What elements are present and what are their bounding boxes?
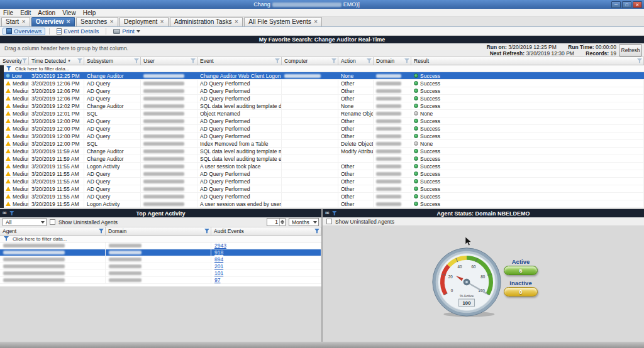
interval-stepper[interactable] xyxy=(279,219,285,226)
cell-computer xyxy=(282,140,338,147)
table-row[interactable]: Medium3/20/2019 12:01 PMSQLObject Rename… xyxy=(0,110,644,117)
filter-icon[interactable] xyxy=(204,229,209,234)
column-header-agent[interactable]: Agent xyxy=(0,227,106,235)
tab-close-icon[interactable]: ✕ xyxy=(66,19,70,24)
table-row[interactable]: Medium3/20/2019 11:55 AMAD QueryAD Query… xyxy=(0,193,644,200)
cell-computer xyxy=(282,102,338,109)
email-icon[interactable]: ✉ xyxy=(3,211,7,216)
column-header-action[interactable]: Action xyxy=(338,57,374,65)
event-details-button[interactable]: Event Details xyxy=(53,28,102,35)
menu-item-edit[interactable]: Edit xyxy=(20,9,31,16)
refresh-button[interactable]: Refresh xyxy=(619,44,642,57)
filter-icon[interactable] xyxy=(314,229,319,234)
agent-filter-select[interactable]: All xyxy=(3,218,47,226)
interval-input[interactable]: 1 xyxy=(267,218,286,226)
table-row[interactable]: 201 xyxy=(0,263,321,270)
maximize-button[interactable]: □ xyxy=(622,1,631,8)
table-row[interactable]: Medium3/20/2019 12:06 PMAD QueryAD Query… xyxy=(0,95,644,102)
audit-events-link[interactable]: 2943 xyxy=(214,242,226,249)
tab-close-icon[interactable]: ✕ xyxy=(160,19,164,24)
menu-item-file[interactable]: File xyxy=(3,9,13,16)
active-count-pill[interactable]: 6 xyxy=(504,266,538,275)
filter-icon[interactable] xyxy=(637,58,642,63)
table-row[interactable]: Medium3/20/2019 12:00 PMAD QueryAD Query… xyxy=(0,125,644,133)
tab-overview[interactable]: Overview✕ xyxy=(31,17,75,26)
show-uninstalled-checkbox[interactable] xyxy=(50,219,55,225)
audit-events-link[interactable]: 201 xyxy=(214,263,223,269)
filter-icon[interactable] xyxy=(99,229,104,234)
cell-action: Other xyxy=(338,185,374,192)
table-row[interactable]: Medium3/20/2019 12:02 PMChange AuditorSQ… xyxy=(0,102,644,110)
table-row[interactable]: Medium3/20/2019 12:00 PMAD QueryAD Query… xyxy=(0,117,644,125)
inactive-count-pill[interactable]: 0 xyxy=(504,287,538,296)
column-header-subsystem[interactable]: Subsystem xyxy=(84,57,141,65)
table-row[interactable]: 894 xyxy=(0,256,321,263)
filter-icon[interactable] xyxy=(77,58,82,63)
table-row[interactable]: Medium3/20/2019 12:00 PMAD QueryAD Query… xyxy=(0,133,644,140)
table-row[interactable]: Medium3/20/2019 11:55 AMAD QueryAD Query… xyxy=(0,178,644,185)
column-header-user[interactable]: User xyxy=(141,57,197,65)
table-row[interactable]: Low3/20/2019 12:25 PMChange AuditorChang… xyxy=(0,72,644,80)
tab-close-icon[interactable]: ✕ xyxy=(314,19,318,24)
filter-icon[interactable] xyxy=(275,58,280,63)
table-row[interactable]: Medium3/20/2019 12:06 PMAD QueryAD Query… xyxy=(0,87,644,95)
table-row[interactable]: Medium3/20/2019 11:55 AMAD QueryAD Query… xyxy=(0,170,644,178)
column-header-result[interactable]: Result xyxy=(411,57,644,65)
filter-icon[interactable] xyxy=(404,58,409,63)
table-row[interactable]: Medium3/20/2019 11:55 AMLogon ActivityA … xyxy=(0,163,644,170)
mouse-cursor xyxy=(465,237,473,247)
menu-item-action[interactable]: Action xyxy=(38,9,55,16)
filter-icon[interactable] xyxy=(367,58,372,63)
column-header-domain[interactable]: Domain xyxy=(106,227,211,235)
tab-close-icon[interactable]: ✕ xyxy=(109,19,114,24)
filter-icon[interactable] xyxy=(134,58,139,63)
column-header-domain[interactable]: Domain xyxy=(374,57,411,65)
tab-deployment[interactable]: Deployment✕ xyxy=(119,17,169,26)
table-row[interactable]: 2943 xyxy=(0,242,321,249)
overviews-button[interactable]: Overviews xyxy=(3,28,45,35)
menu-item-help[interactable]: Help xyxy=(83,9,96,16)
agent-activity-title: Top Agent Activity xyxy=(0,210,321,217)
tab-close-icon[interactable]: ✕ xyxy=(235,19,239,24)
table-row[interactable]: Medium3/20/2019 11:59 AMChange AuditorSQ… xyxy=(0,148,644,155)
interval-unit-select[interactable]: Months xyxy=(289,218,319,226)
redacted-text xyxy=(109,264,142,268)
audit-events-link[interactable]: 97 xyxy=(214,277,220,283)
email-icon[interactable]: ✉ xyxy=(325,211,330,216)
active-label: Active xyxy=(504,258,538,265)
tab-searches[interactable]: Searches✕ xyxy=(76,17,118,26)
tab-administration-tasks[interactable]: Administration Tasks✕ xyxy=(170,17,243,26)
column-header-time-detected[interactable]: Time Detected▼ xyxy=(29,57,84,65)
table-row[interactable]: 918 xyxy=(0,249,321,256)
close-button[interactable]: ✕ xyxy=(633,1,642,8)
table-row[interactable]: Medium3/20/2019 12:00 PMSQLIndex Removed… xyxy=(0,140,644,148)
print-button[interactable]: Print xyxy=(110,28,143,35)
audit-events-link[interactable]: 918 xyxy=(214,249,223,256)
column-header-severity[interactable]: Severity xyxy=(0,57,29,65)
filter-icon[interactable] xyxy=(22,58,27,63)
audit-events-link[interactable]: 894 xyxy=(214,256,223,263)
column-header-audit-events[interactable]: Audit Events xyxy=(211,227,321,235)
menu-item-view[interactable]: View xyxy=(62,9,76,16)
minimize-button[interactable]: ─ xyxy=(611,1,621,8)
filter-icon[interactable] xyxy=(331,58,336,63)
cell-result: None xyxy=(411,140,644,147)
grid-filter-row[interactable]: Click here to filter data... xyxy=(0,65,644,72)
tab-close-icon[interactable]: ✕ xyxy=(21,19,26,24)
tab-start[interactable]: Start✕ xyxy=(1,17,30,26)
audit-events-link[interactable]: 101 xyxy=(214,270,223,276)
table-row[interactable]: Medium3/20/2019 12:06 PMAD QueryAD Query… xyxy=(0,80,644,87)
show-uninstalled-checkbox[interactable] xyxy=(326,219,332,224)
table-row[interactable]: 97 xyxy=(0,277,321,284)
redacted-text xyxy=(143,202,184,206)
redacted-text xyxy=(3,258,65,261)
tab-all-file-system-events[interactable]: All File System Events✕ xyxy=(244,17,322,26)
table-row[interactable]: Medium3/20/2019 11:55 AMLogon ActivityA … xyxy=(0,200,644,208)
filter-icon[interactable] xyxy=(191,58,196,63)
table-row[interactable]: Medium3/20/2019 11:55 AMAD QueryAD Query… xyxy=(0,185,644,193)
table-row[interactable]: Medium3/20/2019 11:59 AMChange AuditorSQ… xyxy=(0,155,644,163)
table-row[interactable]: 101 xyxy=(0,270,321,277)
column-header-event[interactable]: Event xyxy=(197,57,282,65)
column-header-computer[interactable]: Computer xyxy=(282,57,338,65)
agent-filter-row[interactable]: Click here to filter data... xyxy=(0,236,321,242)
